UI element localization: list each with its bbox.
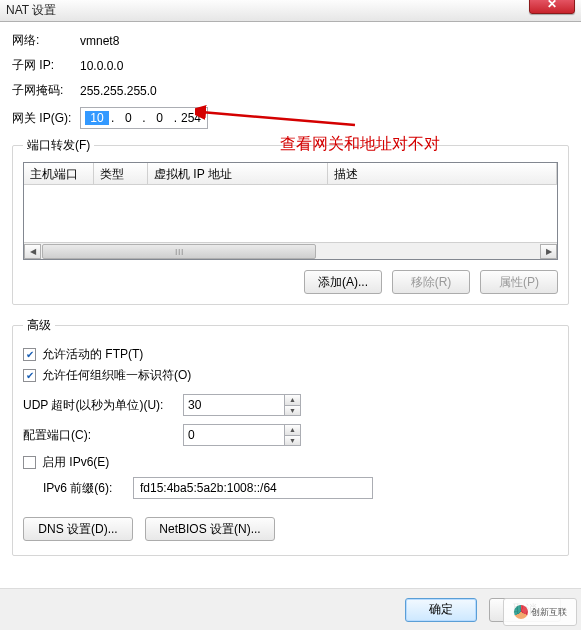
udp-timeout-label: UDP 超时(以秒为单位)(U): (23, 397, 183, 414)
ip-seg-b[interactable]: 0 (116, 111, 140, 125)
subnet-mask-label: 子网掩码: (12, 82, 80, 99)
ok-button[interactable]: 确定 (405, 598, 477, 622)
horizontal-scrollbar[interactable]: ◀ ׀׀׀ ▶ (24, 242, 557, 259)
gateway-label: 网关 IP(G): (12, 110, 80, 127)
col-description[interactable]: 描述 (328, 163, 557, 184)
allow-oui-checkbox[interactable]: ✔ (23, 369, 36, 382)
allow-active-ftp-label: 允许活动的 FTP(T) (42, 346, 143, 363)
config-port-input[interactable] (184, 425, 284, 445)
spin-up-icon[interactable]: ▲ (285, 425, 300, 436)
remove-button: 移除(R) (392, 270, 470, 294)
ipv6-prefix-label: IPv6 前缀(6): (43, 480, 133, 497)
ip-seg-c[interactable]: 0 (148, 111, 172, 125)
dialog-footer: 确定 取消 (0, 588, 581, 630)
col-vm-ip[interactable]: 虚拟机 IP 地址 (148, 163, 328, 184)
gateway-ip-input[interactable]: 10 . 0 . 0 . 254 (80, 107, 208, 129)
allow-oui-label: 允许任何组织唯一标识符(O) (42, 367, 191, 384)
scroll-right-icon[interactable]: ▶ (540, 244, 557, 259)
udp-timeout-input[interactable] (184, 395, 284, 415)
port-forward-table[interactable]: 主机端口 类型 虚拟机 IP 地址 描述 ◀ ׀׀׀ ▶ (23, 162, 558, 260)
allow-active-ftp-checkbox[interactable]: ✔ (23, 348, 36, 361)
add-button[interactable]: 添加(A)... (304, 270, 382, 294)
watermark-badge: 创新互联 (503, 598, 577, 626)
enable-ipv6-checkbox[interactable] (23, 456, 36, 469)
advanced-legend: 高级 (23, 317, 55, 334)
udp-timeout-spinner[interactable]: ▲▼ (183, 394, 301, 416)
netbios-settings-button[interactable]: NetBIOS 设置(N)... (145, 517, 275, 541)
close-icon: ✕ (547, 0, 557, 11)
subnet-mask-value: 255.255.255.0 (80, 84, 157, 98)
dns-settings-button[interactable]: DNS 设置(D)... (23, 517, 133, 541)
title-bar: NAT 设置 ✕ (0, 0, 581, 22)
ip-seg-d[interactable]: 254 (179, 111, 203, 125)
watermark-text: 创新互联 (531, 608, 567, 617)
annotation-text: 查看网关和地址对不对 (280, 134, 440, 155)
network-value: vmnet8 (80, 34, 119, 48)
ipv6-prefix-input[interactable]: fd15:4ba5:5a2b:1008::/64 (133, 477, 373, 499)
properties-button: 属性(P) (480, 270, 558, 294)
scroll-thumb[interactable]: ׀׀׀ (42, 244, 316, 259)
close-button[interactable]: ✕ (529, 0, 575, 14)
window-title: NAT 设置 (6, 2, 56, 19)
table-header: 主机端口 类型 虚拟机 IP 地址 描述 (24, 163, 557, 185)
port-forwarding-group: 端口转发(F) 主机端口 类型 虚拟机 IP 地址 描述 ◀ ׀׀׀ ▶ 添加(… (12, 137, 569, 305)
scroll-left-icon[interactable]: ◀ (24, 244, 41, 259)
col-type[interactable]: 类型 (94, 163, 148, 184)
col-host-port[interactable]: 主机端口 (24, 163, 94, 184)
enable-ipv6-label: 启用 IPv6(E) (42, 454, 109, 471)
advanced-group: 高级 ✔ 允许活动的 FTP(T) ✔ 允许任何组织唯一标识符(O) UDP 超… (12, 317, 569, 556)
spin-down-icon[interactable]: ▼ (285, 406, 300, 416)
network-label: 网络: (12, 32, 80, 49)
subnet-ip-label: 子网 IP: (12, 57, 80, 74)
spin-down-icon[interactable]: ▼ (285, 436, 300, 446)
spin-up-icon[interactable]: ▲ (285, 395, 300, 406)
subnet-ip-value: 10.0.0.0 (80, 59, 123, 73)
watermark-logo-icon (514, 605, 528, 619)
config-port-label: 配置端口(C): (23, 427, 183, 444)
port-forwarding-legend: 端口转发(F) (23, 137, 94, 154)
config-port-spinner[interactable]: ▲▼ (183, 424, 301, 446)
ip-seg-a[interactable]: 10 (85, 111, 109, 125)
